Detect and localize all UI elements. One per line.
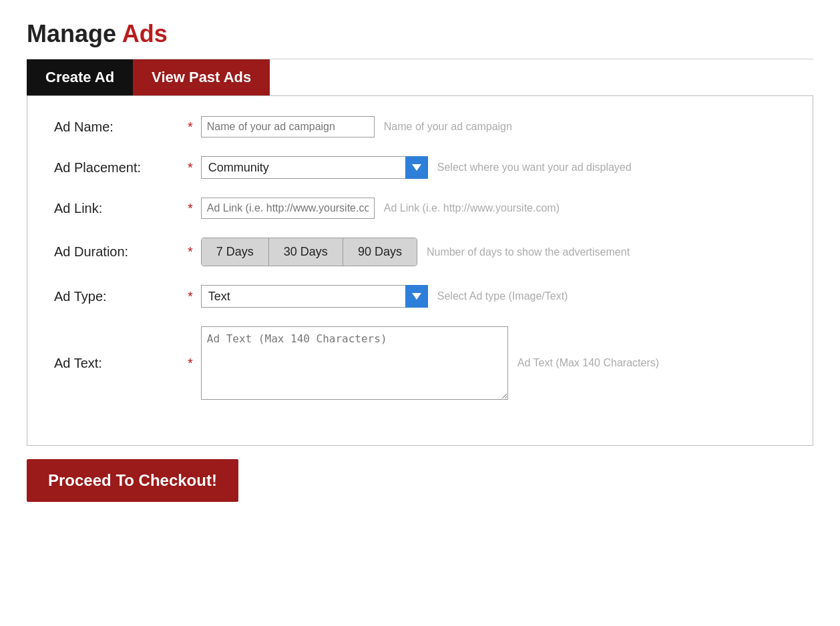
title-accent: Ads — [122, 20, 168, 47]
ad-placement-label: Ad Placement: — [54, 160, 188, 176]
duration-7-days-button[interactable]: 7 Days — [202, 238, 269, 266]
ad-placement-hint: Select where you want your ad displayed — [437, 162, 632, 174]
tabs-and-form-container: Create Ad View Past Ads Ad Name: * Name … — [27, 59, 813, 446]
ad-duration-hint: Number of days to show the advertisement — [427, 246, 630, 258]
ad-text-label: Ad Text: — [54, 356, 188, 371]
ad-link-input[interactable] — [201, 198, 375, 219]
duration-90-days-button[interactable]: 90 Days — [343, 238, 417, 266]
ad-name-hint: Name of your ad campaign — [384, 121, 512, 133]
ad-name-input[interactable] — [201, 116, 375, 137]
ad-duration-row: Ad Duration: * 7 Days 30 Days 90 Days Nu… — [54, 238, 786, 266]
duration-30-days-button[interactable]: 30 Days — [269, 238, 343, 266]
tab-bar: Create Ad View Past Ads — [27, 59, 813, 95]
ad-text-required: * — [188, 356, 193, 371]
ad-type-select[interactable]: Text Image — [201, 285, 428, 308]
tab-view-past-ads[interactable]: View Past Ads — [133, 59, 270, 95]
ad-placement-required: * — [188, 160, 193, 176]
ad-type-label: Ad Type: — [54, 289, 188, 304]
ad-duration-group: 7 Days 30 Days 90 Days — [201, 238, 417, 266]
ad-placement-select[interactable]: Community Homepage Sidebar Footer — [201, 156, 428, 179]
title-normal: Manage — [27, 20, 116, 47]
ad-name-label: Ad Name: — [54, 119, 188, 135]
ad-placement-select-wrapper: Community Homepage Sidebar Footer — [201, 156, 428, 179]
ad-type-hint: Select Ad type (Image/Text) — [437, 290, 568, 302]
ad-name-required: * — [188, 119, 193, 135]
ad-link-row: Ad Link: * Ad Link (i.e. http://www.your… — [54, 198, 786, 219]
checkout-button[interactable]: Proceed To Checkout! — [27, 459, 238, 502]
form-container: Ad Name: * Name of your ad campaign Ad P… — [27, 95, 813, 446]
ad-link-hint: Ad Link (i.e. http://www.yoursite.com) — [384, 202, 560, 214]
ad-type-select-wrapper: Text Image — [201, 285, 428, 308]
ad-duration-required: * — [188, 244, 193, 260]
tab-create-ad[interactable]: Create Ad — [27, 59, 133, 95]
ad-type-row: Ad Type: * Text Image Select Ad type (Im… — [54, 285, 786, 308]
ad-name-row: Ad Name: * Name of your ad campaign — [54, 116, 786, 137]
page-title: Manage Ads — [27, 20, 813, 48]
ad-text-hint: Ad Text (Max 140 Characters) — [517, 357, 659, 369]
ad-text-row: Ad Text: * Ad Text (Max 140 Characters) — [54, 326, 786, 400]
ad-type-required: * — [188, 289, 193, 304]
ad-duration-label: Ad Duration: — [54, 244, 188, 260]
ad-text-textarea[interactable] — [201, 326, 508, 400]
ad-link-required: * — [188, 201, 193, 216]
ad-placement-row: Ad Placement: * Community Homepage Sideb… — [54, 156, 786, 179]
ad-link-label: Ad Link: — [54, 201, 188, 216]
